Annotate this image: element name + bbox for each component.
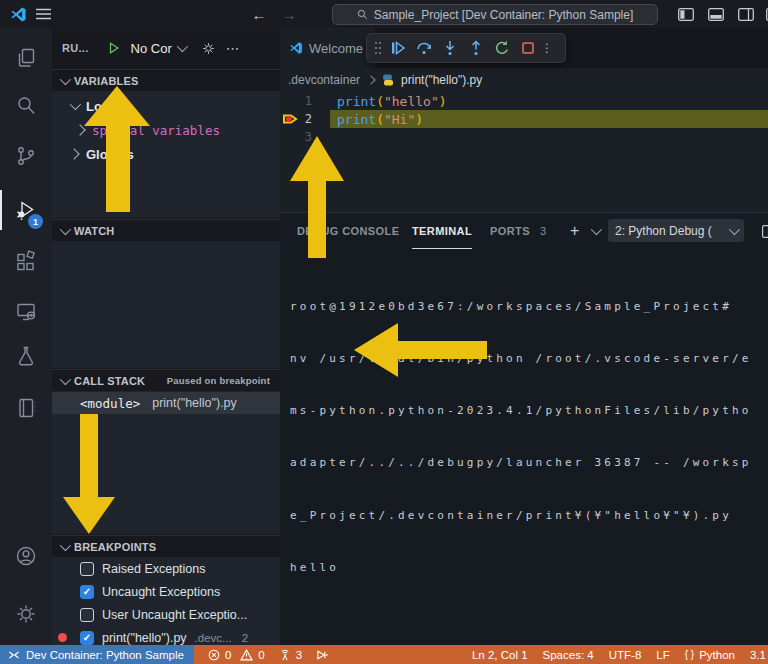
stop-button[interactable] [515, 35, 541, 61]
breakpoint-row-uncaught-exceptions[interactable]: ✓ Uncaught Exceptions [52, 580, 280, 603]
variables-title: VARIABLES [74, 75, 139, 87]
step-into-button[interactable] [437, 35, 463, 61]
debug-config-label: No Cor [131, 41, 172, 56]
tab-welcome[interactable]: Welcome [280, 28, 375, 68]
variables-scope-globals[interactable]: Globals [52, 142, 280, 166]
step-out-button[interactable] [463, 35, 489, 61]
problems-indicator[interactable]: 0 0 [208, 645, 265, 664]
forward-button[interactable]: → [278, 0, 300, 28]
settings-gear-icon[interactable] [14, 602, 38, 626]
terminal-line: adapter/../../debugpy/launcher 36387 -- … [290, 454, 768, 471]
terminal-session-select[interactable]: 2: Python Debug ( [608, 219, 744, 242]
breakpoints-title: BREAKPOINTS [74, 541, 156, 553]
checkbox-checked[interactable]: ✓ [80, 631, 94, 645]
notebook-icon[interactable] [14, 396, 38, 420]
cursor-position[interactable]: Ln 2, Col 1 [472, 649, 528, 661]
indentation[interactable]: Spaces: 4 [543, 649, 594, 661]
breadcrumb[interactable]: .devcontainer print("hello").py [280, 68, 768, 92]
ports-count-badge: 3 [540, 225, 547, 237]
extensions-icon[interactable] [14, 250, 38, 274]
call-stack-status: Paused on breakpoint [167, 375, 270, 386]
chevron-right-icon [367, 75, 376, 84]
call-stack-frame-row[interactable]: <module> print("hello").py [52, 392, 280, 414]
back-button[interactable]: ← [248, 0, 270, 28]
toolbar-more-icon[interactable]: ⋮ [541, 35, 553, 61]
checkbox-checked[interactable]: ✓ [80, 585, 94, 599]
testing-icon[interactable] [14, 344, 38, 368]
activity-bar: 1 [0, 28, 53, 645]
chevron-right-icon [74, 124, 85, 135]
breadcrumb-folder[interactable]: .devcontainer [288, 73, 360, 87]
editor-tab-strip: Welcome [280, 28, 768, 68]
eol-sequence[interactable]: LF [656, 649, 669, 661]
chevron-right-icon [68, 148, 79, 159]
tab-debug-console[interactable]: DEBUG CONSOLE [297, 213, 399, 248]
call-stack-section-header[interactable]: CALL STACK Paused on breakpoint [52, 369, 280, 391]
code-line-1[interactable]: 1 print("hello") [280, 92, 768, 110]
tab-terminal[interactable]: TERMINAL [412, 213, 472, 249]
split-terminal-icon[interactable] [762, 225, 768, 238]
code-line-3[interactable]: 3 [280, 128, 768, 146]
continue-button[interactable] [385, 35, 411, 61]
python-version[interactable]: 3.1 [750, 649, 766, 661]
chevron-down-icon [70, 99, 81, 110]
debug-toolbar: ⋮ [366, 33, 566, 63]
active-view-indicator [0, 190, 2, 230]
terminal-line: hello [290, 559, 768, 576]
encoding[interactable]: UTF-8 [609, 649, 642, 661]
debug-sidebar-header: RU... No Cor ⋯ [52, 28, 280, 68]
vscode-logo-icon [8, 0, 28, 28]
breakpoint-row-user-uncaught[interactable]: User Uncaught Exceptio... [52, 603, 280, 626]
vscode-window: ← → Sample_Project [Dev Container: Pytho… [0, 0, 768, 664]
explorer-icon[interactable] [14, 46, 38, 70]
ports-indicator[interactable]: 3 [279, 645, 302, 664]
breadcrumb-file[interactable]: print("hello").py [401, 73, 482, 87]
breakpoint-row-raised-exceptions[interactable]: Raised Exceptions [52, 557, 280, 580]
chevron-down-icon [60, 223, 71, 234]
call-stack-title: CALL STACK [74, 375, 145, 387]
debug-config-dropdown[interactable]: No Cor [131, 41, 185, 56]
tab-ports[interactable]: PORTS 3 [490, 213, 546, 248]
start-debug-icon[interactable] [107, 41, 121, 55]
command-center-search[interactable]: Sample_Project [Dev Container: Python Sa… [332, 4, 658, 25]
source-control-icon[interactable] [14, 144, 38, 168]
variables-scope-locals[interactable]: Locals [52, 94, 280, 118]
remote-icon [8, 649, 20, 661]
toggle-sidebar-icon[interactable] [674, 0, 698, 28]
breakpoint-row-file[interactable]: ✓ print("hello").py .devc... 2 [52, 626, 280, 645]
debug-session-indicator[interactable] [316, 645, 329, 664]
title-bar: ← → Sample_Project [Dev Container: Pytho… [0, 0, 768, 28]
customize-layout-icon[interactable] [762, 0, 768, 28]
restart-button[interactable] [489, 35, 515, 61]
debug-settings-gear-icon[interactable] [201, 41, 216, 56]
language-mode[interactable]: { } Python [685, 649, 735, 661]
terminal-line: e_Project/.devcontainer/print¥(¥"hello¥"… [290, 507, 768, 524]
checkbox-unchecked[interactable] [80, 562, 94, 576]
braces-icon: { } [685, 649, 694, 660]
toolbar-grip-icon[interactable] [371, 35, 385, 61]
error-icon [208, 649, 220, 661]
variables-section-header[interactable]: VARIABLES [52, 69, 280, 91]
new-terminal-button[interactable]: + [570, 213, 580, 248]
toggle-panel-icon[interactable] [704, 0, 728, 28]
account-icon[interactable] [14, 544, 38, 568]
breakpoints-section-header[interactable]: BREAKPOINTS [52, 535, 280, 557]
terminal-output[interactable]: root@1912e0bd3e67:/workspaces/Sample_Pro… [290, 263, 768, 611]
tab-label: Welcome [309, 41, 363, 56]
variables-special-variables[interactable]: special variables [52, 118, 280, 142]
new-terminal-dropdown-icon[interactable] [591, 224, 602, 235]
code-line-2-current[interactable]: 2 print("Hi") [280, 110, 768, 128]
watch-section-header[interactable]: WATCH [52, 219, 280, 241]
menu-hamburger-icon[interactable] [32, 0, 54, 28]
terminal-line: root@1912e0bd3e67:/workspaces/Sample_Pro… [290, 298, 768, 315]
remote-indicator[interactable]: Dev Container: Python Sample [0, 645, 194, 664]
step-over-button[interactable] [411, 35, 437, 61]
terminal-line: ms-python.python-2023.4.1/pythonFiles/li… [290, 402, 768, 419]
debug-sidebar: RU... No Cor ⋯ VARIABLES Locals special … [52, 28, 280, 645]
bottom-panel: DEBUG CONSOLE TERMINAL PORTS 3 + 2: Pyth… [280, 212, 768, 646]
remote-explorer-icon[interactable] [14, 300, 38, 324]
checkbox-unchecked[interactable] [80, 608, 94, 622]
more-actions-icon[interactable]: ⋯ [226, 40, 241, 56]
toggle-secondary-sidebar-icon[interactable] [734, 0, 758, 28]
search-sidebar-icon[interactable] [14, 94, 38, 118]
